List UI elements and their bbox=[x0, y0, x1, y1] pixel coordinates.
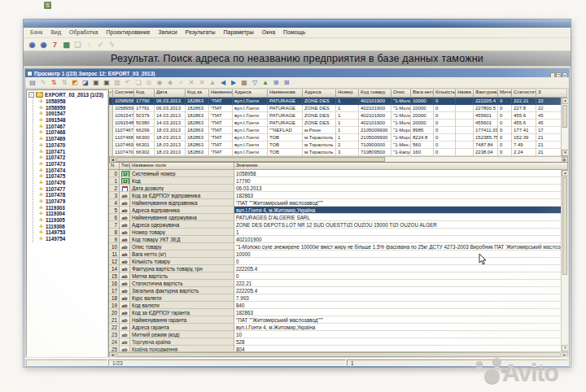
field-row[interactable]: 14abФактурна вартість товару, грн222205.… bbox=[109, 265, 561, 272]
field-row[interactable]: 20abКод за ЄДРПОУ гаранта182863 bbox=[109, 309, 561, 316]
tree-item[interactable]: +1107475 bbox=[38, 173, 107, 180]
column-header[interactable]: Кількість bbox=[434, 89, 456, 98]
view-2-icon[interactable]: ◉ bbox=[38, 39, 49, 50]
menu-item-2[interactable]: Вид bbox=[46, 28, 65, 37]
cart-icon[interactable]: ▣ bbox=[91, 78, 101, 87]
chart-icon[interactable]: ▲ bbox=[260, 78, 270, 87]
edit-table-icon[interactable]: ▦ bbox=[239, 78, 249, 87]
scroll-up-icon[interactable]: ▲ bbox=[562, 98, 568, 104]
column-header[interactable]: Номер bbox=[336, 89, 359, 98]
field-row[interactable]: 2Дата дозволу06.03.2013 bbox=[109, 185, 561, 192]
field-row[interactable]: 24abТоргуюча країна528 bbox=[109, 338, 561, 346]
tree-item[interactable]: +1149754 bbox=[38, 236, 107, 242]
menu-item-1[interactable]: Банк bbox=[26, 28, 46, 37]
tree-item[interactable]: +1107469 bbox=[38, 136, 107, 142]
diagram-icon[interactable]: ▦ bbox=[61, 39, 72, 50]
field-row[interactable]: 5abАдреса відправникавул.І.Гонти 4, м.Жи… bbox=[109, 207, 561, 214]
records-grid-vscrollbar[interactable]: ▲ ▼ bbox=[561, 98, 568, 156]
menu-item-7[interactable]: Параметры bbox=[219, 28, 257, 37]
field-row[interactable]: 10abОпис товару"1-Молоко сухе знежирене … bbox=[109, 243, 561, 250]
field-row[interactable]: 16abСтатистична вартість222.21 bbox=[109, 280, 561, 287]
column-header[interactable]: Системный bbox=[113, 89, 134, 98]
table-row[interactable]: 11074706630218.03.2013182863"ПАТвул.І.Го… bbox=[109, 149, 561, 156]
tree-item[interactable]: +1107468 bbox=[38, 129, 107, 136]
column-header[interactable]: N bbox=[109, 163, 120, 170]
field-row[interactable]: 25abКраїна походження804 bbox=[109, 346, 561, 351]
tree-item[interactable]: +1058959 bbox=[38, 104, 107, 111]
filter-icon[interactable]: ▽ bbox=[250, 78, 260, 87]
scroll-up-icon[interactable]: ▲ bbox=[562, 170, 568, 176]
column-header[interactable]: Опис bbox=[391, 89, 411, 98]
tree-item[interactable]: +1119306 bbox=[38, 223, 107, 229]
run-query-icon[interactable]: ◩ bbox=[70, 78, 80, 87]
scroll-left-icon[interactable]: ◀ bbox=[109, 352, 116, 357]
sort-icon[interactable]: ⇅ bbox=[49, 78, 59, 87]
tree-item[interactable]: +1107472 bbox=[38, 155, 107, 161]
tree-item[interactable]: +1107474 bbox=[38, 167, 107, 173]
column-header[interactable]: Дата bbox=[155, 89, 186, 98]
column-header[interactable]: Вага нетто bbox=[411, 89, 434, 98]
tree-root[interactable]: −EXPORT_03_2013 (1/23) bbox=[28, 92, 107, 98]
tree-item[interactable]: +1107471 bbox=[38, 148, 107, 155]
tree-item[interactable]: +1149753 bbox=[38, 229, 107, 236]
tree-item[interactable]: +1107473 bbox=[38, 161, 107, 168]
tree-item[interactable]: +1058958 bbox=[38, 98, 107, 105]
column-header[interactable]: Тип bbox=[120, 163, 130, 170]
menu-item-3[interactable]: Обработка bbox=[65, 28, 102, 37]
menu-item-5[interactable]: Записи bbox=[154, 28, 181, 37]
column-header[interactable]: Значение bbox=[234, 163, 568, 170]
field-row[interactable]: 9abКод товару УКТ ЗЕД402101900 bbox=[109, 236, 561, 243]
tree-item[interactable]: +1107478 bbox=[38, 192, 107, 198]
prev-record-icon[interactable]: ◀ bbox=[218, 78, 228, 87]
menu-item-4[interactable]: Проектирование bbox=[102, 28, 154, 37]
print-icon[interactable]: ▤ bbox=[28, 78, 37, 87]
table-row[interactable]: 10589581779006.03.2013182863"ПАТвул.І.Го… bbox=[109, 98, 561, 105]
column-header[interactable]: Митна bbox=[498, 89, 512, 98]
tree-item[interactable]: +1119304 bbox=[38, 211, 107, 217]
field-row[interactable]: 11abВага нетто (кг)10000 bbox=[109, 250, 561, 258]
column-header[interactable]: Код bbox=[134, 89, 155, 98]
tree-item[interactable]: +1107477 bbox=[38, 185, 107, 192]
view-1-icon[interactable]: ◉ bbox=[27, 39, 37, 50]
field-row[interactable]: 15abМитна вартість0 bbox=[109, 272, 561, 280]
field-row[interactable]: 3abКод за ЄДРПОУ відправника182863 bbox=[109, 192, 561, 199]
field-row[interactable]: 18abКурс валюти7.993 bbox=[109, 294, 561, 302]
table-row[interactable]: 11074676629918.03.2013182863"ПАТвул.І.Го… bbox=[109, 127, 561, 134]
table-row[interactable]: 10915485038014.03.2013182863"ПАТвул.І.Го… bbox=[109, 120, 561, 127]
detail-grid-vscrollbar[interactable]: ▲ ▼ bbox=[561, 170, 568, 351]
field-row[interactable]: 112Код17790 bbox=[109, 177, 561, 185]
column-header[interactable]: З bbox=[536, 89, 567, 98]
grid-icon[interactable]: ⊞ bbox=[271, 78, 281, 87]
tree-item[interactable]: +1091547 bbox=[38, 111, 107, 117]
scrollbar-thumb[interactable] bbox=[562, 105, 567, 128]
tree-item[interactable]: +1091548 bbox=[38, 117, 107, 124]
tree-item[interactable]: +1107470 bbox=[38, 142, 107, 149]
column-header[interactable]: Назва bbox=[456, 89, 474, 98]
records-grid-hscrollbar[interactable]: ◀ ▶ bbox=[109, 156, 568, 162]
column-header[interactable]: Фактурна bbox=[474, 89, 498, 98]
tree-item[interactable]: +1107467 bbox=[38, 123, 107, 129]
field-row[interactable]: 6abНайменування одержувачаPATURAGES D'AL… bbox=[109, 214, 561, 221]
field-row[interactable]: 23abМитний режим (код)10 bbox=[109, 331, 561, 338]
seven-icon[interactable]: 7 bbox=[50, 39, 60, 50]
column-header[interactable]: Наименова bbox=[209, 89, 233, 98]
tree-item[interactable]: +1119305 bbox=[38, 217, 107, 224]
tree-collapse-icon[interactable]: − bbox=[28, 92, 34, 98]
column-header[interactable]: Название поля bbox=[130, 163, 234, 170]
field-row[interactable]: 012Системный номер1058958 bbox=[109, 170, 561, 177]
tree-item[interactable]: +1107476 bbox=[38, 180, 107, 186]
field-row[interactable]: 7abАдреса одержувачаZONE DES DEPOTS.LOT … bbox=[109, 221, 561, 229]
grid-export-icon[interactable]: ⊞ bbox=[282, 78, 291, 87]
next-record-icon[interactable]: ▶ bbox=[229, 78, 238, 87]
cart-send-icon[interactable]: ▣ bbox=[102, 78, 112, 87]
table-row[interactable]: 10589591779106.03.2013182863"ПАТвул.І.Го… bbox=[109, 105, 561, 112]
run-report-icon[interactable]: ◪ bbox=[81, 78, 90, 87]
tree-item[interactable]: +1119303 bbox=[38, 204, 107, 211]
menu-item-9[interactable]: Помощь bbox=[279, 28, 309, 37]
menu-item-6[interactable]: Результаты bbox=[181, 28, 220, 37]
tree-item[interactable]: +1107479 bbox=[38, 198, 107, 205]
column-header[interactable]: Код за bbox=[186, 89, 209, 98]
table-row[interactable]: 11074686630018.03.2013182863"ПАТвул.І.Го… bbox=[109, 134, 561, 142]
field-row[interactable]: 22abАдреса гарантавул.І.Гонти 4, м.Житом… bbox=[109, 324, 561, 331]
field-row[interactable]: 12abКількість товару0 bbox=[109, 258, 561, 265]
